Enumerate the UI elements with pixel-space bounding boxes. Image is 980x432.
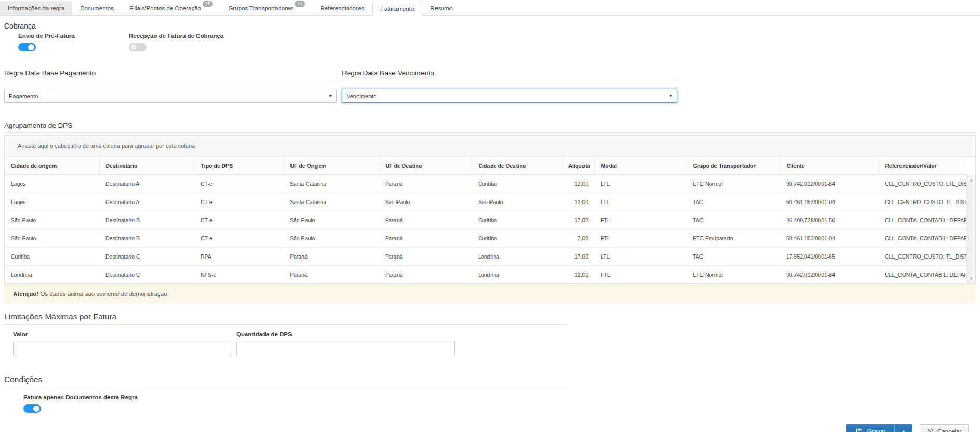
grid-cell: Paraná (284, 247, 379, 265)
column-header-grupo-de-transportador[interactable]: Grupo de Transportador (686, 157, 780, 174)
dps-table: Cidade de origemDestinatárioTipo de DPSU… (5, 157, 966, 284)
grid-cell: Paraná (379, 211, 472, 229)
regra-pagamento-heading: Regra Data Base Pagamento (4, 69, 337, 80)
save-options-button[interactable] (894, 424, 912, 432)
grid-cell: ETC Normal (686, 265, 780, 284)
grid-cell: 50.461.153/0001-04 (780, 193, 879, 211)
column-header-tipo-de-dps[interactable]: Tipo de DPS (194, 157, 284, 174)
grid-cell: Curitiba (5, 247, 99, 265)
toggle-knob (28, 44, 34, 50)
column-header-cidade-de-destino[interactable]: Cidade de Destino (472, 157, 562, 174)
grid-cell: Santa Catarina (284, 174, 379, 193)
grid-cell: FTL (594, 229, 686, 247)
toggle-label: Envio de Pré-Fatura (18, 32, 129, 39)
column-header-modal[interactable]: Modal (594, 157, 686, 174)
grid-cell: Paraná (379, 247, 472, 265)
tab-grupos-transportadores[interactable]: Grupos Transportadores13 (220, 1, 312, 15)
caret-up-icon (902, 430, 906, 432)
column-header-uf-de-origem[interactable]: UF de Origem (284, 157, 379, 174)
table-row[interactable]: LagesDestinatario ACT-eSanta CatarinaSão… (5, 193, 966, 211)
save-button[interactable]: Gravar (846, 424, 894, 432)
column-header-cliente[interactable]: Cliente (780, 157, 879, 174)
grid-cell: 17,00 (562, 247, 594, 265)
toggle-knob (33, 406, 39, 412)
table-row[interactable]: CuritibaDestinatario CRPAParanáParanáLon… (5, 247, 966, 265)
table-row[interactable]: LondrinaDestinatario CNFS-eParanáParanáL… (5, 265, 966, 284)
grid-cell: São Paulo (284, 211, 379, 229)
column-header-cidade-de-origem[interactable]: Cidade de origem (5, 157, 99, 174)
quantidade-de-dps-input[interactable] (236, 341, 455, 356)
valor-input[interactable] (13, 341, 231, 356)
regra-vencimento-heading: Regra Data Base Vencimento (342, 69, 677, 80)
tab-filiais-pontos-de-operacao[interactable]: Filiais/Pontos de Operação25 (122, 1, 221, 15)
grid-cell: CT-e (194, 229, 284, 247)
grid-cell: 17,00 (562, 211, 594, 229)
grid-cell: NFS-e (194, 265, 284, 284)
tab-label: Referenciadores (321, 5, 364, 11)
grid-cell: Curitiba (472, 174, 562, 193)
regra-vencimento-select[interactable]: Vencimento (342, 89, 677, 103)
cancel-circle-icon (927, 428, 934, 432)
toggle-knob (130, 44, 137, 50)
tab-faturamento[interactable]: Faturamento (372, 2, 422, 16)
table-row[interactable]: LagesDestinatario ACT-eSanta CatarinaPar… (5, 174, 966, 193)
regra-pagamento-select-wrap: Pagamento ▼ (4, 89, 337, 103)
column-header-referenciador-valor[interactable]: Referenciador/Valor (879, 157, 966, 174)
regra-pagamento-column: Regra Data Base Pagamento Pagamento ▼ (4, 69, 337, 103)
tab-label: Faturamento (380, 6, 414, 12)
column-header-aliquota[interactable]: Alíquota (562, 157, 594, 174)
table-row[interactable]: São PauloDestinatario BCT-eSão PauloPara… (5, 211, 966, 229)
condicoes-heading: Condições (4, 375, 566, 387)
grid-cell: Paraná (284, 265, 379, 284)
warning-emphasis: Atenção! (13, 291, 38, 297)
field-group-quantidade-de-dps: Quantidade de DPS (236, 331, 455, 356)
grid-cell: 50.461.153/0001-04 (780, 229, 879, 247)
agrupamento-heading: Agrupamento de DPS (4, 122, 976, 133)
grid-cell: Londrina (472, 265, 562, 284)
cancel-button[interactable]: Cancelar (920, 424, 969, 432)
envio-de-pre-fatura-toggle[interactable] (18, 43, 36, 51)
scroll-down-icon[interactable]: ▼ (967, 277, 975, 280)
grid-cell: Lages (5, 193, 99, 211)
tab-label: Documentos (80, 5, 114, 11)
tab-informacoes-da-regra[interactable]: Informações da regra (0, 1, 72, 15)
grid-cell: Destinatario C (99, 247, 194, 265)
tab-resumo[interactable]: Resumo (422, 1, 460, 15)
tab-label: Filiais/Pontos de Operação (129, 5, 201, 11)
form-actions: Gravar Cancelar (846, 424, 969, 432)
grid-group-drop-area[interactable]: Arraste aqui o cabeçalho de uma coluna p… (5, 136, 975, 157)
grid-scroll-area: Cidade de origemDestinatárioTipo de DPSU… (5, 157, 975, 284)
dps-header-row: Cidade de origemDestinatárioTipo de DPSU… (5, 157, 966, 174)
grid-vertical-scrollbar[interactable]: ▲ ▼ (966, 175, 975, 284)
grid-cell: LTL (594, 247, 686, 265)
grid-cell: Londrina (5, 265, 99, 284)
grid-cell: Lages (5, 174, 99, 193)
grid-cell: LTL (594, 174, 686, 193)
tab-referenciadores[interactable]: Referenciadores (313, 1, 372, 15)
fatura-apenas-docs-toggle[interactable] (23, 404, 41, 413)
grid-cell: CLL_CENTRO_CUSTO: TL_DIST (879, 247, 966, 265)
floppy-disk-icon (856, 428, 863, 432)
grid-cell: 7,00 (562, 229, 594, 247)
recepcao-de-fatura-de-cobranca-toggle[interactable] (129, 43, 147, 51)
grid-cell: Paraná (379, 265, 472, 284)
grid-cell: RPA (194, 247, 284, 265)
save-button-label: Gravar (867, 428, 885, 432)
toggle-label: Recepção de Fatura de Cobrança (129, 32, 240, 39)
scroll-up-icon[interactable]: ▲ (967, 178, 975, 182)
grid-cell: Curitiba (472, 229, 562, 247)
grid-cell: CLL_CONTA_CONTABIL: DEPART_B (879, 229, 966, 247)
table-row[interactable]: São PauloDestinatario BCT-eSão PauloPara… (5, 229, 966, 247)
regra-pagamento-select[interactable]: Pagamento (4, 89, 337, 103)
regra-vencimento-select-wrap: Vencimento ▼ (342, 89, 677, 103)
tab-documentos[interactable]: Documentos (72, 1, 122, 15)
field-label: Valor (13, 331, 231, 338)
grid-cell: CT-e (194, 193, 284, 211)
column-header-uf-de-destino[interactable]: UF de Destino (379, 157, 472, 174)
grid-cell: Destinatario A (99, 193, 194, 211)
grid-cell: Destinatario C (99, 265, 194, 284)
grid-cell: TAC (686, 193, 780, 211)
grid-cell: 90.742.012/0001-84 (780, 174, 879, 193)
grid-cell: São Paulo (379, 193, 472, 211)
column-header-destinatario[interactable]: Destinatário (99, 157, 194, 174)
